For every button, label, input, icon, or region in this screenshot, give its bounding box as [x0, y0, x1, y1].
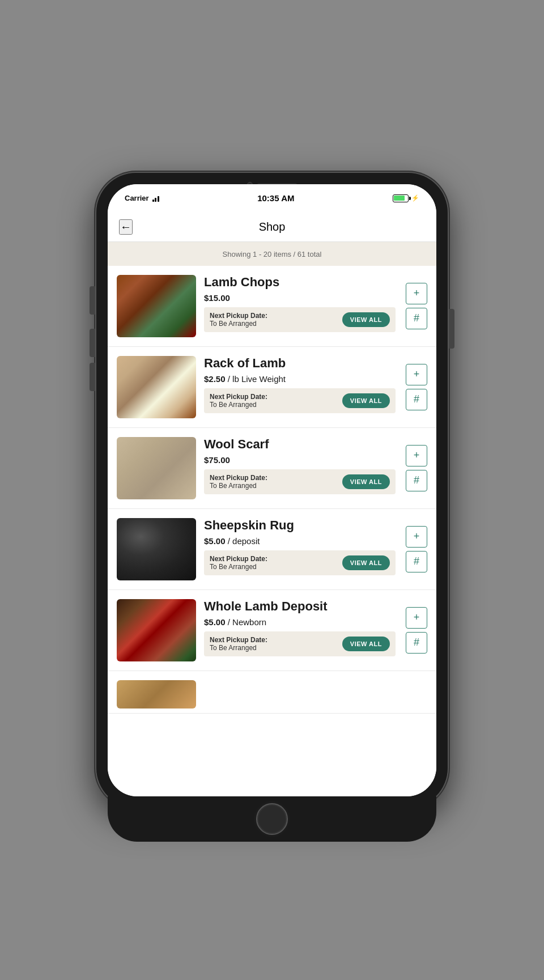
pickup-box-rack-of-lamb: Next Pickup Date: To Be Arranged VIEW AL… — [204, 388, 396, 413]
pickup-info-wool-scarf: Next Pickup Date: To Be Arranged — [210, 474, 267, 490]
product-item-wool-scarf: Wool Scarf $75.00 Next Pickup Date: To B… — [108, 428, 436, 509]
status-right: ⚡ — [393, 194, 419, 202]
back-button[interactable]: ← — [119, 219, 133, 235]
bolt-icon: ⚡ — [411, 194, 419, 202]
qty-button-lamb-chops[interactable]: # — [406, 308, 427, 329]
pickup-box-wool-scarf: Next Pickup Date: To Be Arranged VIEW AL… — [204, 469, 396, 494]
product-actions-wool-scarf: + # — [406, 437, 427, 499]
view-all-button-rack-of-lamb[interactable]: VIEW ALL — [342, 393, 390, 408]
status-time: 10:35 AM — [257, 193, 294, 203]
home-button[interactable] — [256, 803, 288, 835]
product-image-partial — [117, 680, 196, 709]
product-image-rack-of-lamb — [117, 356, 196, 418]
product-item-lamb-chops: Lamb Chops $15.00 Next Pickup Date: To B… — [108, 266, 436, 347]
product-price-rack-of-lamb: $2.50 / lb Live Weight — [204, 374, 396, 384]
add-button-rack-of-lamb[interactable]: + — [406, 364, 427, 385]
product-item-rack-of-lamb: Rack of Lamb $2.50 / lb Live Weight Next… — [108, 347, 436, 428]
product-image-whole-lamb-deposit — [117, 599, 196, 661]
product-info-lamb-chops: Lamb Chops $15.00 Next Pickup Date: To B… — [204, 275, 396, 337]
view-all-button-lamb-chops[interactable]: VIEW ALL — [342, 312, 390, 327]
add-button-lamb-chops[interactable]: + — [406, 283, 427, 304]
subtitle-bar: Showing 1 - 20 items / 61 total — [108, 242, 436, 266]
carrier-label: Carrier — [125, 194, 149, 202]
product-item-partial — [108, 671, 436, 714]
product-name-rack-of-lamb: Rack of Lamb — [204, 356, 396, 371]
view-all-button-whole-lamb-deposit[interactable]: VIEW ALL — [342, 637, 390, 651]
product-image-sheepskin-rug — [117, 518, 196, 580]
nav-bar: ← Shop — [108, 213, 436, 242]
pickup-info-sheepskin-rug: Next Pickup Date: To Be Arranged — [210, 555, 267, 571]
add-button-sheepskin-rug[interactable]: + — [406, 526, 427, 548]
product-name-lamb-chops: Lamb Chops — [204, 275, 396, 290]
product-actions-sheepskin-rug: + # — [406, 518, 427, 580]
qty-button-sheepskin-rug[interactable]: # — [406, 551, 427, 572]
qty-button-rack-of-lamb[interactable]: # — [406, 389, 427, 410]
product-image-lamb-chops — [117, 275, 196, 337]
product-item-sheepskin-rug: Sheepskin Rug $5.00 / deposit Next Picku… — [108, 509, 436, 590]
battery-fill — [394, 196, 404, 201]
pickup-info-whole-lamb-deposit: Next Pickup Date: To Be Arranged — [210, 636, 267, 652]
home-button-area — [108, 796, 436, 842]
product-image-wool-scarf — [117, 437, 196, 499]
pickup-box-lamb-chops: Next Pickup Date: To Be Arranged VIEW AL… — [204, 307, 396, 332]
product-list[interactable]: Lamb Chops $15.00 Next Pickup Date: To B… — [108, 266, 436, 796]
pickup-box-sheepskin-rug: Next Pickup Date: To Be Arranged VIEW AL… — [204, 550, 396, 575]
product-item-whole-lamb-deposit: Whole Lamb Deposit $5.00 / Newborn Next … — [108, 590, 436, 671]
view-all-button-sheepskin-rug[interactable]: VIEW ALL — [342, 555, 390, 570]
status-bar: Carrier 10:35 AM ⚡ — [108, 184, 436, 213]
qty-button-whole-lamb-deposit[interactable]: # — [406, 632, 427, 654]
product-price-lamb-chops: $15.00 — [204, 293, 396, 303]
phone-screen: Carrier 10:35 AM ⚡ ← Shop Showing 1 - 20… — [108, 184, 436, 796]
product-info-wool-scarf: Wool Scarf $75.00 Next Pickup Date: To B… — [204, 437, 396, 499]
pickup-info-lamb-chops: Next Pickup Date: To Be Arranged — [210, 312, 267, 328]
add-button-wool-scarf[interactable]: + — [406, 445, 427, 466]
status-carrier: Carrier — [125, 194, 159, 202]
subtitle-text: Showing 1 - 20 items / 61 total — [223, 250, 322, 258]
view-all-button-wool-scarf[interactable]: VIEW ALL — [342, 474, 390, 489]
product-actions-lamb-chops: + # — [406, 275, 427, 337]
product-name-whole-lamb-deposit: Whole Lamb Deposit — [204, 599, 396, 614]
product-price-whole-lamb-deposit: $5.00 / Newborn — [204, 617, 396, 627]
product-info-whole-lamb-deposit: Whole Lamb Deposit $5.00 / Newborn Next … — [204, 599, 396, 661]
pickup-info-rack-of-lamb: Next Pickup Date: To Be Arranged — [210, 393, 267, 409]
pickup-box-whole-lamb-deposit: Next Pickup Date: To Be Arranged VIEW AL… — [204, 631, 396, 656]
wifi-icon — [152, 195, 159, 202]
product-actions-whole-lamb-deposit: + # — [406, 599, 427, 661]
phone-frame: Carrier 10:35 AM ⚡ ← Shop Showing 1 - 20… — [96, 173, 448, 808]
page-title: Shop — [259, 220, 286, 234]
add-button-whole-lamb-deposit[interactable]: + — [406, 607, 427, 629]
product-name-wool-scarf: Wool Scarf — [204, 437, 396, 452]
product-price-wool-scarf: $75.00 — [204, 455, 396, 465]
qty-button-wool-scarf[interactable]: # — [406, 470, 427, 491]
battery-icon — [393, 194, 409, 202]
product-info-rack-of-lamb: Rack of Lamb $2.50 / lb Live Weight Next… — [204, 356, 396, 418]
product-actions-rack-of-lamb: + # — [406, 356, 427, 418]
product-info-sheepskin-rug: Sheepskin Rug $5.00 / deposit Next Picku… — [204, 518, 396, 580]
product-name-sheepskin-rug: Sheepskin Rug — [204, 518, 396, 533]
product-price-sheepskin-rug: $5.00 / deposit — [204, 536, 396, 546]
